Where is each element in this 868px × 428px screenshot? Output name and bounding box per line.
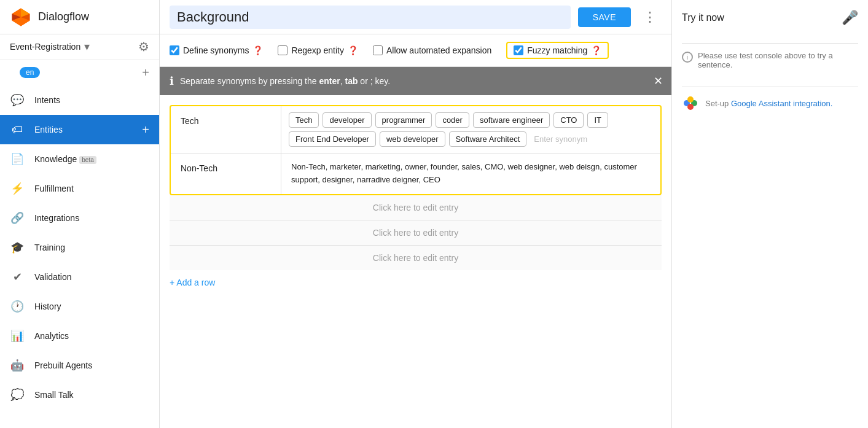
agent-selector[interactable]: Event-Registration ▾ ⚙ [0, 34, 159, 60]
sidebar-item-intents[interactable]: 💬Intents+ [0, 85, 159, 115]
agent-name[interactable]: Event-Registration ▾ [10, 40, 90, 53]
agent-settings-icon[interactable]: ⚙ [138, 39, 149, 54]
allow-automated-option[interactable]: Allow automated expansion [373, 45, 491, 55]
sidebar-item-entities[interactable]: 🏷Entities+ [0, 115, 159, 144]
sidebar-item-analytics[interactable]: 📊Analytics [0, 321, 159, 351]
sidebar-item-label-history: History [34, 302, 149, 311]
sidebar-item-validation[interactable]: ✔Validation [0, 262, 159, 292]
sidebar-item-label-training: Training [34, 243, 149, 252]
logo-text: Dialogflow [38, 10, 89, 23]
entity-values-nontech: Non-Tech, marketer, marketing, owner, fo… [281, 154, 660, 194]
entity-key-tech: Tech [171, 106, 281, 153]
click-edit-row-2[interactable]: Click here to edit entry [170, 246, 662, 270]
entity-row-nontech[interactable]: Non-Tech Non-Tech, marketer, marketing, … [171, 154, 660, 194]
add-row-link[interactable]: + Add a row [170, 270, 215, 295]
define-synonyms-option[interactable]: Define synonyms ❓ [170, 45, 263, 55]
nav-items: 💬Intents+🏷Entities+📄Knowledgebeta⚡Fulfil… [0, 85, 159, 410]
try-it-header: Try it now 🎤 [682, 10, 858, 26]
sidebar-item-label-intents: Intents [34, 95, 142, 105]
google-assistant-link[interactable]: Google Assistant integration. [731, 99, 833, 108]
info-circle-icon: ℹ [170, 74, 174, 88]
info-banner: ℹ Separate synonyms by pressing the ente… [160, 67, 671, 95]
info-banner-close-button[interactable]: ✕ [654, 74, 663, 88]
add-lang-icon[interactable]: + [142, 66, 149, 80]
allow-automated-checkbox[interactable] [373, 45, 383, 55]
sidebar-item-prebuilt[interactable]: 🤖Prebuilt Agents [0, 351, 159, 380]
sidebar-item-integrations[interactable]: 🔗Integrations [0, 203, 159, 233]
entities-nav-icon: 🏷 [10, 122, 25, 137]
tag-tech[interactable]: Tech [289, 112, 319, 128]
content-area: Tech Tech developer programmer coder sof… [160, 95, 671, 428]
fuzzy-matching-help-icon[interactable]: ❓ [591, 45, 601, 55]
try-it-label: Try it now [682, 12, 724, 23]
sidebar-item-smalltalk[interactable]: 💭Small Talk [0, 380, 159, 410]
analytics-nav-icon: 📊 [10, 329, 25, 343]
tag-front-end-developer[interactable]: Front End Developer [289, 131, 376, 147]
define-synonyms-help-icon[interactable]: ❓ [252, 45, 263, 55]
sidebar-item-fulfillment[interactable]: ⚡Fulfillment [0, 174, 159, 203]
topbar: SAVE ⋮ [160, 0, 671, 34]
agent-chevron-icon: ▾ [84, 40, 90, 53]
fuzzy-matching-checkbox[interactable] [514, 45, 523, 55]
language-badge[interactable]: en [20, 67, 40, 78]
validation-nav-icon: ✔ [10, 270, 25, 284]
prebuilt-nav-icon: 🤖 [10, 358, 25, 373]
click-edit-rows: Click here to edit entryClick here to ed… [170, 195, 662, 270]
entity-name-input[interactable] [170, 6, 571, 29]
right-divider [682, 43, 858, 44]
tag-software-engineer[interactable]: software engineer [473, 112, 550, 128]
tag-programmer[interactable]: programmer [375, 112, 432, 128]
right-divider-2 [682, 87, 858, 87]
sidebar-item-label-validation: Validation [34, 272, 149, 282]
tag-web-developer[interactable]: web developer [380, 131, 445, 147]
tag-coder[interactable]: coder [436, 112, 469, 128]
tag-developer[interactable]: developer [323, 112, 371, 128]
click-edit-row-0[interactable]: Click here to edit entry [170, 195, 662, 220]
knowledge-nav-icon: 📄 [10, 152, 25, 166]
smalltalk-nav-icon: 💭 [10, 387, 25, 402]
history-nav-icon: 🕐 [10, 299, 25, 314]
sidebar-item-label-smalltalk: Small Talk [34, 390, 149, 400]
sidebar-item-label-entities: Entities [34, 125, 142, 134]
sidebar-item-history[interactable]: 🕐History [0, 292, 159, 321]
regexp-entity-option[interactable]: Regexp entity ❓ [278, 45, 358, 55]
tag-it[interactable]: IT [587, 112, 608, 128]
define-synonyms-checkbox[interactable] [170, 45, 179, 55]
fuzzy-matching-option[interactable]: Fuzzy matching ❓ [506, 42, 609, 59]
microphone-button[interactable]: 🎤 [842, 10, 858, 26]
training-nav-icon: 🎓 [10, 240, 25, 255]
regexp-entity-checkbox[interactable] [278, 45, 287, 55]
add-entities-button[interactable]: + [142, 123, 149, 137]
sidebar-item-knowledge[interactable]: 📄Knowledgebeta [0, 144, 159, 174]
entity-key-nontech: Non-Tech [171, 154, 281, 194]
entity-row-tech[interactable]: Tech Tech developer programmer coder sof… [171, 106, 660, 154]
right-panel: Try it now 🎤 i Please use test console a… [671, 0, 868, 428]
add-intents-button[interactable]: + [142, 93, 149, 107]
options-bar: Define synonyms ❓ Regexp entity ❓ Allow … [160, 34, 671, 67]
sidebar-item-label-analytics: Analytics [34, 331, 149, 341]
more-options-button[interactable]: ⋮ [638, 7, 662, 28]
main-content: SAVE ⋮ Define synonyms ❓ Regexp entity ❓… [160, 0, 671, 428]
entities-table: Tech Tech developer programmer coder sof… [170, 105, 662, 195]
synonym-input-tech[interactable] [530, 131, 641, 147]
sidebar-item-label-integrations: Integrations [34, 213, 149, 223]
fulfillment-nav-icon: ⚡ [10, 181, 25, 196]
try-it-info: i Please use test console above to try a… [682, 51, 858, 69]
integrations-nav-icon: 🔗 [10, 211, 25, 225]
tag-cto[interactable]: CTO [553, 112, 584, 128]
sidebar-item-training[interactable]: 🎓Training [0, 233, 159, 262]
sidebar-item-label-knowledge: Knowledgebeta [34, 154, 149, 164]
click-edit-row-1[interactable]: Click here to edit entry [170, 220, 662, 246]
save-button[interactable]: SAVE [578, 7, 631, 27]
intents-nav-icon: 💬 [10, 93, 25, 107]
regexp-help-icon[interactable]: ❓ [348, 45, 358, 55]
google-assistant-icon [682, 95, 699, 112]
dialogflow-logo-icon [10, 6, 32, 28]
sidebar-item-label-prebuilt: Prebuilt Agents [34, 360, 149, 370]
sidebar-item-label-fulfillment: Fulfillment [34, 184, 149, 193]
google-assistant-setup: Set-up Google Assistant integration. [682, 95, 858, 112]
svg-point-9 [687, 104, 694, 110]
sidebar-header: Dialogflow [0, 0, 159, 34]
tag-software-architect[interactable]: Software Architect [449, 131, 527, 147]
info-icon: i [682, 52, 693, 63]
